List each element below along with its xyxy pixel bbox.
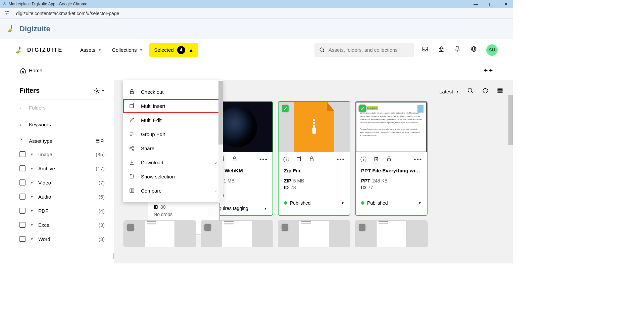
filter-type-row[interactable]: ▼ Video (7) bbox=[19, 175, 105, 190]
filter-type-row[interactable]: ▼ Excel (3) bbox=[19, 218, 105, 232]
nav-logo[interactable]: DIGIZUITE bbox=[15, 45, 63, 55]
select-checkbox[interactable] bbox=[126, 223, 135, 232]
checkbox[interactable] bbox=[19, 236, 26, 242]
checkbox[interactable] bbox=[19, 179, 26, 185]
info-icon[interactable]: ⓘ bbox=[283, 156, 289, 164]
select-checkbox[interactable]: ✓ bbox=[358, 104, 367, 113]
select-checkbox[interactable] bbox=[357, 223, 367, 232]
menu-download[interactable]: Download › bbox=[123, 155, 223, 169]
lock-icon[interactable] bbox=[386, 156, 392, 164]
maximize-button[interactable]: ▢ bbox=[487, 1, 495, 7]
checkbox[interactable] bbox=[19, 151, 26, 157]
asset-card[interactable]: Lorem Ipsum▬▬▬▬▬▬▬▬▬▬▬▬▬▬ bbox=[278, 220, 350, 247]
menu-compare[interactable]: Compare › bbox=[123, 183, 223, 198]
lock-icon[interactable] bbox=[309, 156, 315, 164]
svg-point-2 bbox=[5, 4, 6, 5]
svg-rect-41 bbox=[297, 157, 301, 161]
select-checkbox[interactable] bbox=[280, 223, 290, 232]
menu-group-edit[interactable]: Group Edit bbox=[123, 127, 223, 141]
minimize-button[interactable]: — bbox=[472, 1, 480, 7]
more-icon[interactable]: ••• bbox=[259, 156, 268, 163]
notifications-icon[interactable] bbox=[454, 46, 461, 54]
doc-thumbnail: Lorem Ipsum▬▬▬▬▬▬▬▬▬▬▬▬▬▬▬▬▬▬▬▬▬ bbox=[222, 220, 252, 247]
filter-type-row[interactable]: ▼ Word (3) bbox=[19, 232, 105, 246]
svg-rect-3 bbox=[5, 11, 6, 11]
search-input[interactable] bbox=[329, 47, 409, 53]
filter-type-row[interactable]: ▼ PDF (4) bbox=[19, 204, 105, 218]
filter-type-row[interactable]: ▼ Archive (17) bbox=[19, 161, 105, 175]
filter-type-row[interactable]: ▼ Audio (5) bbox=[19, 190, 105, 204]
menu-show-selection[interactable]: Show selection bbox=[123, 169, 223, 183]
info-icon[interactable]: ⓘ bbox=[360, 156, 366, 164]
asset-card[interactable]: ✓ Lorem Ipsum Lorem ipsum dolor sit amet… bbox=[355, 101, 428, 216]
filter-folders[interactable]: › Folders bbox=[19, 105, 105, 111]
caret-down-icon[interactable]: ▼ bbox=[30, 167, 34, 170]
nav-assets[interactable]: Assets ▼ bbox=[76, 44, 105, 55]
insert-icon[interactable] bbox=[296, 156, 302, 164]
asset-card[interactable]: Lorem Ipsum▬▬▬▬▬▬▬▬▬▬▬▬▬▬ bbox=[355, 220, 428, 247]
refresh-icon[interactable] bbox=[482, 87, 489, 96]
caret-down-icon[interactable]: ▼ bbox=[30, 195, 34, 199]
svg-point-9 bbox=[320, 48, 323, 51]
asset-card[interactable]: ✓ ⓘ ••• Zip File ZIP5 MB ID78 bbox=[278, 101, 350, 216]
settings-icon[interactable] bbox=[470, 46, 477, 54]
search-box[interactable] bbox=[314, 43, 414, 57]
card-title: Zip File bbox=[284, 168, 344, 173]
user-avatar[interactable]: SU bbox=[486, 44, 498, 56]
list-view-icon[interactable] bbox=[497, 87, 503, 96]
url-text[interactable]: digizuite.contentstackmarket.com/#/selec… bbox=[16, 11, 119, 16]
asset-card[interactable]: Lorem Ipsum▬▬▬▬▬▬▬▬▬▬▬▬▬▬▬▬▬▬▬▬▬ bbox=[201, 220, 273, 247]
select-checkbox[interactable] bbox=[203, 223, 212, 232]
caret-down-icon[interactable]: ▼ bbox=[30, 223, 34, 227]
checkbox[interactable] bbox=[19, 165, 26, 171]
svg-point-7 bbox=[6, 13, 7, 14]
url-bar: digizuite.contentstackmarket.com/#/selec… bbox=[0, 8, 513, 19]
site-settings-icon[interactable] bbox=[4, 10, 9, 16]
chevron-right-icon: › bbox=[215, 188, 217, 193]
more-icon[interactable]: ••• bbox=[337, 156, 345, 163]
caret-down-icon[interactable]: ▼ bbox=[30, 237, 34, 241]
nav-selected-dropdown[interactable]: Selected 4 ▲ bbox=[149, 43, 198, 57]
select-checkbox[interactable]: ✓ bbox=[281, 104, 290, 113]
selected-count-badge: 4 bbox=[177, 46, 185, 54]
menu-check-out[interactable]: Check out bbox=[123, 85, 223, 99]
status-dropdown[interactable]: ▼ bbox=[418, 201, 422, 205]
filter-type-row[interactable]: ▼ Image (35) bbox=[19, 147, 105, 161]
asset-type-search-icon[interactable]: ☰ bbox=[95, 138, 105, 144]
nav-collections[interactable]: Collections ▼ bbox=[108, 44, 147, 55]
filter-asset-type[interactable]: › Asset type bbox=[19, 138, 52, 144]
checkbox[interactable] bbox=[19, 194, 26, 200]
caret-down-icon[interactable]: ▼ bbox=[30, 153, 34, 156]
caret-down-icon[interactable]: ▼ bbox=[30, 209, 34, 213]
inbox-icon[interactable] bbox=[422, 46, 429, 54]
filter-type-count: (3) bbox=[99, 222, 105, 228]
menu-multi-edit[interactable]: Multi Edit bbox=[123, 113, 223, 127]
menu-multi-insert[interactable]: Multi insert bbox=[123, 99, 223, 113]
more-icon[interactable]: ••• bbox=[414, 156, 422, 163]
checkbox[interactable] bbox=[19, 222, 26, 228]
svg-point-0 bbox=[4, 2, 5, 4]
checkbox[interactable] bbox=[19, 208, 26, 214]
filter-settings-button[interactable]: ▼ bbox=[93, 87, 105, 94]
insert-icon[interactable] bbox=[373, 156, 379, 164]
sort-dropdown[interactable]: Latest ▼ bbox=[439, 89, 459, 94]
lock-icon[interactable] bbox=[232, 156, 238, 164]
asset-card[interactable]: Lorem Ipsum▬▬ ▬▬ ▬▬▬▬ ▬▬ ▬▬▬▬ ▬▬ ▬▬ bbox=[123, 220, 196, 247]
dropdown-scrollbar[interactable] bbox=[218, 81, 223, 203]
filter-keywords[interactable]: › Keywords bbox=[19, 122, 105, 127]
status-dropdown[interactable]: ▼ bbox=[341, 201, 344, 205]
svg-rect-42 bbox=[310, 159, 313, 161]
close-button[interactable]: ✕ bbox=[502, 1, 510, 7]
sparkle-icon[interactable]: ✦✦ bbox=[483, 67, 493, 74]
caret-down-icon[interactable]: ▼ bbox=[30, 181, 34, 184]
menu-share[interactable]: Share bbox=[123, 141, 223, 155]
home-link[interactable]: Home bbox=[19, 67, 42, 74]
panel-scrollbar[interactable] bbox=[508, 80, 513, 263]
digizuite-logo-icon bbox=[7, 24, 16, 34]
svg-rect-40 bbox=[312, 127, 316, 134]
upload-icon[interactable] bbox=[438, 46, 445, 54]
svg-rect-26 bbox=[132, 189, 134, 193]
chevron-right-icon: › bbox=[19, 105, 24, 111]
status-dropdown[interactable]: ▼ bbox=[264, 207, 267, 210]
search-icon[interactable] bbox=[467, 87, 474, 96]
